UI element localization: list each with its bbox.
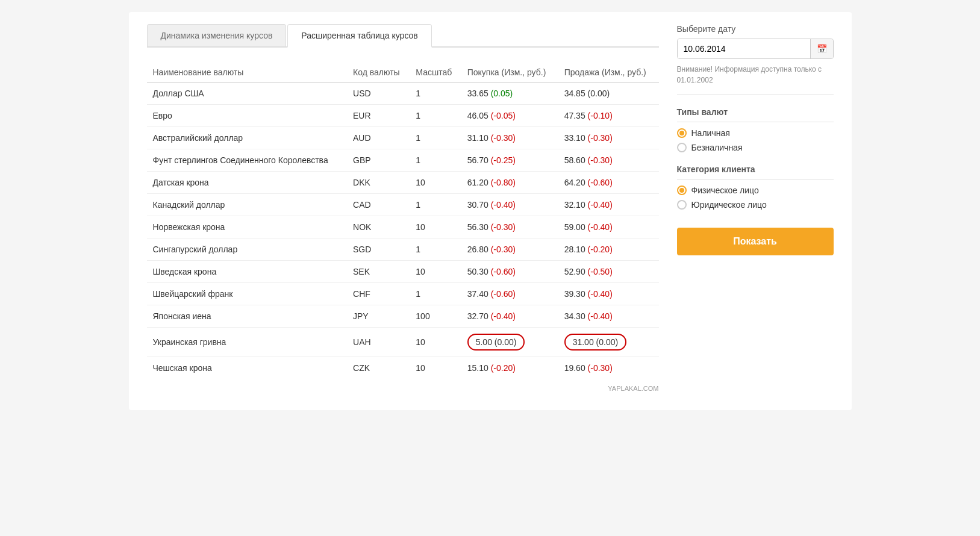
- cell-code: SEK: [347, 261, 410, 283]
- sell-change: (-0.50): [588, 267, 613, 276]
- cell-scale: 1: [410, 127, 461, 149]
- buy-change: (-0.40): [491, 311, 516, 321]
- cell-sell: 32.10 (-0.40): [558, 194, 659, 216]
- show-button[interactable]: Показать: [677, 228, 834, 255]
- cell-scale: 1: [410, 238, 461, 261]
- exchange-rate-table: Наименование валюты Код валюты Масштаб П…: [147, 63, 659, 379]
- tab-dynamics[interactable]: Динамика изменения курсов: [147, 24, 287, 46]
- buy-change: (-0.80): [491, 178, 516, 187]
- col-header-name: Наименование валюты: [147, 63, 348, 83]
- sell-change: (-0.20): [588, 245, 613, 254]
- table-row: Датская кронаDKK1061.20 (-0.80)64.20 (-0…: [147, 172, 659, 194]
- cell-scale: 1: [410, 105, 461, 127]
- cell-sell: 31.00 (0.00): [558, 328, 659, 357]
- currency-type-title: Типы валют: [677, 107, 834, 122]
- cell-name: Евро: [147, 105, 348, 127]
- date-label: Выберите дату: [677, 24, 834, 34]
- sidebar: Выберите дату 📅 Внимание! Информация дос…: [677, 24, 834, 392]
- cell-buy: 15.10 (-0.20): [461, 357, 558, 379]
- cell-sell: 33.10 (-0.30): [558, 127, 659, 149]
- buy-change: (-0.40): [491, 200, 516, 210]
- cell-code: CAD: [347, 194, 410, 216]
- radio-nalichnaya[interactable]: Наличная: [677, 128, 834, 138]
- buy-change: (-0.30): [491, 133, 516, 143]
- date-input-wrapper[interactable]: 📅: [677, 39, 834, 59]
- sell-change: (-0.60): [588, 178, 613, 187]
- sell-change: (-0.40): [588, 222, 613, 232]
- cell-scale: 10: [410, 357, 461, 379]
- table-row: Шведская кронаSEK1050.30 (-0.60)52.90 (-…: [147, 261, 659, 283]
- cell-code: CHF: [347, 283, 410, 305]
- radio-beznalichnaya[interactable]: Безналичная: [677, 143, 834, 152]
- radio-label-yuridicheskoe: Юридическое лицо: [691, 200, 767, 210]
- col-header-sell: Продажа (Изм., руб.): [558, 63, 659, 83]
- table-row: Доллар СШАUSD133.65 (0.05)34.85 (0.00): [147, 83, 659, 105]
- cell-name: Швейцарский франк: [147, 283, 348, 305]
- radio-label-nalichnaya: Наличная: [691, 128, 730, 138]
- sidebar-note: Внимание! Информация доступна только с 0…: [677, 64, 834, 95]
- radio-yuridicheskoe[interactable]: Юридическое лицо: [677, 200, 834, 210]
- cell-buy: 31.10 (-0.30): [461, 127, 558, 149]
- cell-scale: 1: [410, 194, 461, 216]
- table-row: Австралийский долларAUD131.10 (-0.30)33.…: [147, 127, 659, 149]
- date-input[interactable]: [678, 39, 810, 58]
- buy-change: (-0.30): [491, 222, 516, 232]
- client-category-radio-group: Физическое лицо Юридическое лицо: [677, 185, 834, 210]
- cell-code: USD: [347, 83, 410, 105]
- cell-code: GBP: [347, 149, 410, 172]
- client-category-title: Категория клиента: [677, 164, 834, 179]
- sell-change: (-0.40): [588, 289, 613, 299]
- cell-code: UAH: [347, 328, 410, 357]
- cell-buy: 37.40 (-0.60): [461, 283, 558, 305]
- calendar-icon[interactable]: 📅: [810, 39, 833, 58]
- cell-sell: 58.60 (-0.30): [558, 149, 659, 172]
- sell-change: (-0.40): [588, 311, 613, 321]
- cell-scale: 1: [410, 83, 461, 105]
- table-row: Сингапурский долларSGD126.80 (-0.30)28.1…: [147, 238, 659, 261]
- radio-dot-yuridicheskoe: [677, 200, 687, 210]
- cell-scale: 10: [410, 261, 461, 283]
- cell-scale: 1: [410, 283, 461, 305]
- cell-name: Японская иена: [147, 305, 348, 328]
- buy-change: (-0.20): [491, 363, 516, 373]
- table-row: Фунт стерлингов Соединенного Королевства…: [147, 149, 659, 172]
- cell-code: EUR: [347, 105, 410, 127]
- cell-sell: 34.85 (0.00): [558, 83, 659, 105]
- uah-buy-circle: 5.00 (0.00): [467, 334, 525, 351]
- sell-change: (-0.10): [588, 111, 613, 120]
- cell-name: Сингапурский доллар: [147, 238, 348, 261]
- cell-sell: 39.30 (-0.40): [558, 283, 659, 305]
- cell-code: CZK: [347, 357, 410, 379]
- cell-name: Чешская крона: [147, 357, 348, 379]
- cell-name: Шведская крона: [147, 261, 348, 283]
- sell-change: (-0.30): [588, 155, 613, 165]
- sell-change: (-0.30): [588, 133, 613, 143]
- table-row: Норвежская кронаNOK1056.30 (-0.30)59.00 …: [147, 216, 659, 238]
- radio-fizicheskoe[interactable]: Физическое лицо: [677, 185, 834, 195]
- sell-change: (0.00): [588, 89, 610, 98]
- radio-label-fizicheskoe: Физическое лицо: [691, 185, 759, 195]
- cell-code: NOK: [347, 216, 410, 238]
- cell-buy: 33.65 (0.05): [461, 83, 558, 105]
- cell-buy: 32.70 (-0.40): [461, 305, 558, 328]
- buy-change: (-0.05): [491, 111, 516, 120]
- buy-change: (0.05): [491, 89, 513, 98]
- cell-sell: 47.35 (-0.10): [558, 105, 659, 127]
- col-header-scale: Масштаб: [410, 63, 461, 83]
- cell-buy: 50.30 (-0.60): [461, 261, 558, 283]
- client-category-section: Категория клиента Физическое лицо Юридич…: [677, 164, 834, 210]
- cell-scale: 10: [410, 216, 461, 238]
- cell-buy: 5.00 (0.00): [461, 328, 558, 357]
- table-row: Чешская кронаCZK1015.10 (-0.20)19.60 (-0…: [147, 357, 659, 379]
- cell-buy: 30.70 (-0.40): [461, 194, 558, 216]
- tab-extended[interactable]: Расширенная таблица курсов: [287, 24, 431, 48]
- cell-name: Австралийский доллар: [147, 127, 348, 149]
- date-section: Выберите дату 📅 Внимание! Информация дос…: [677, 24, 834, 95]
- uah-sell-circle: 31.00 (0.00): [564, 334, 627, 351]
- cell-sell: 28.10 (-0.20): [558, 238, 659, 261]
- radio-dot-nalichnaya: [677, 128, 687, 138]
- tabs-bar: Динамика изменения курсов Расширенная та…: [147, 24, 659, 48]
- cell-buy: 26.80 (-0.30): [461, 238, 558, 261]
- main-content: Динамика изменения курсов Расширенная та…: [147, 24, 659, 392]
- sell-change: (-0.40): [588, 200, 613, 210]
